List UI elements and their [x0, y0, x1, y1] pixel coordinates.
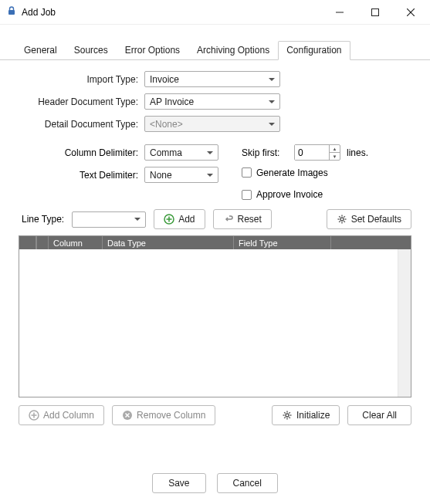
window-controls — [322, 0, 428, 24]
svg-point-5 — [164, 215, 174, 224]
skip-first-stepper[interactable]: ▲ ▼ — [294, 144, 340, 161]
detail-doctype-label: Detail Document Type: — [19, 119, 138, 130]
table-header-fieldtype[interactable]: Field Type — [234, 236, 331, 249]
svg-line-31 — [284, 417, 285, 418]
svg-point-20 — [123, 411, 132, 420]
svg-line-14 — [344, 221, 344, 222]
plus-icon — [164, 214, 174, 225]
svg-line-13 — [339, 216, 340, 217]
close-button[interactable] — [393, 0, 428, 25]
tab-content: Import Type: Invoice Header Document Typ… — [0, 60, 430, 425]
set-defaults-button[interactable]: Set Defaults — [327, 209, 411, 229]
svg-point-17 — [29, 411, 39, 420]
initialize-label: Initialize — [296, 410, 330, 421]
clear-all-label: Clear All — [362, 410, 397, 421]
svg-rect-0 — [8, 10, 15, 15]
text-delimiter-select[interactable]: None — [144, 167, 218, 183]
column-delimiter-label: Column Delimiter: — [19, 147, 138, 158]
tab-general[interactable]: General — [15, 41, 66, 60]
undo-icon — [223, 214, 234, 225]
table-scrollbar[interactable] — [398, 249, 411, 397]
titlebar: Add Job — [0, 0, 430, 25]
add-button[interactable]: Add — [154, 209, 205, 229]
import-type-select[interactable]: Invoice — [144, 71, 280, 87]
detail-doctype-value: <None> — [150, 119, 183, 130]
approve-invoice-label: Approve Invoice — [256, 189, 323, 200]
import-type-label: Import Type: — [19, 74, 138, 85]
tab-sources[interactable]: Sources — [66, 41, 117, 60]
svg-line-22 — [126, 414, 130, 418]
column-delimiter-value: Comma — [150, 147, 182, 158]
spinner-up-icon[interactable]: ▲ — [330, 145, 340, 153]
initialize-button[interactable]: Initialize — [272, 405, 340, 425]
table-header-spacer — [331, 236, 411, 249]
svg-line-21 — [126, 414, 130, 418]
svg-point-23 — [286, 414, 289, 417]
svg-line-28 — [284, 412, 285, 413]
save-button-label: Save — [168, 478, 189, 489]
svg-line-30 — [289, 412, 289, 413]
svg-point-8 — [340, 218, 344, 221]
detail-doctype-select[interactable]: <None> — [144, 116, 280, 132]
generate-images-label: Generate Images — [256, 167, 328, 178]
add-column-button[interactable]: Add Column — [19, 405, 104, 425]
svg-line-16 — [339, 221, 340, 222]
table-header-rownum[interactable] — [19, 236, 36, 249]
table-header: Column Data Type Field Type — [19, 236, 411, 249]
reset-button[interactable]: Reset — [213, 209, 272, 229]
skip-first-spinners[interactable]: ▲ ▼ — [329, 145, 340, 160]
approve-invoice-checkbox[interactable] — [242, 190, 252, 200]
line-type-select[interactable] — [72, 211, 146, 228]
save-button[interactable]: Save — [152, 473, 205, 493]
remove-column-label: Remove Column — [137, 410, 205, 421]
reset-button-label: Reset — [238, 214, 262, 225]
tab-configuration[interactable]: Configuration — [278, 41, 350, 60]
svg-line-29 — [289, 417, 289, 418]
gear-icon — [337, 214, 347, 225]
table-header-marker[interactable] — [36, 236, 49, 249]
spinner-down-icon[interactable]: ▼ — [330, 153, 340, 160]
table-header-column[interactable]: Column — [49, 236, 103, 249]
window-title: Add Job — [22, 7, 322, 18]
x-grey-icon — [122, 410, 133, 421]
skip-first-input[interactable] — [295, 145, 329, 160]
generate-images-checkbox[interactable] — [242, 167, 252, 178]
cancel-button[interactable]: Cancel — [217, 473, 278, 493]
svg-line-15 — [344, 216, 344, 217]
dialog-footer: Save Cancel — [0, 473, 430, 493]
plus-grey-icon — [29, 410, 39, 421]
columns-table: Column Data Type Field Type — [19, 235, 411, 397]
remove-column-button[interactable]: Remove Column — [112, 405, 215, 425]
add-column-label: Add Column — [43, 410, 94, 421]
svg-line-3 — [407, 8, 415, 16]
maximize-button[interactable] — [357, 0, 393, 25]
tab-bar: General Sources Error Options Archiving … — [0, 25, 430, 60]
lock-icon — [6, 5, 17, 19]
skip-first-label: Skip first: — [242, 147, 288, 158]
cancel-button-label: Cancel — [233, 478, 262, 489]
add-button-label: Add — [178, 214, 195, 225]
header-doctype-select[interactable]: AP Invoice — [144, 93, 280, 110]
header-doctype-label: Header Document Type: — [19, 96, 138, 107]
lines-label: lines. — [347, 147, 368, 158]
tab-archiving-options[interactable]: Archiving Options — [188, 41, 278, 60]
text-delimiter-label: Text Delimiter: — [19, 170, 138, 181]
svg-line-4 — [407, 8, 415, 16]
svg-rect-2 — [372, 9, 379, 16]
tab-error-options[interactable]: Error Options — [117, 41, 188, 60]
header-doctype-value: AP Invoice — [150, 96, 194, 107]
import-type-value: Invoice — [150, 74, 179, 85]
text-delimiter-value: None — [150, 170, 172, 181]
table-header-datatype[interactable]: Data Type — [103, 236, 234, 249]
minimize-button[interactable] — [322, 0, 357, 25]
line-type-label: Line Type: — [22, 214, 64, 225]
clear-all-button[interactable]: Clear All — [347, 405, 411, 425]
gear-icon-2 — [282, 410, 293, 421]
column-delimiter-select[interactable]: Comma — [144, 144, 218, 161]
set-defaults-button-label: Set Defaults — [351, 214, 401, 225]
